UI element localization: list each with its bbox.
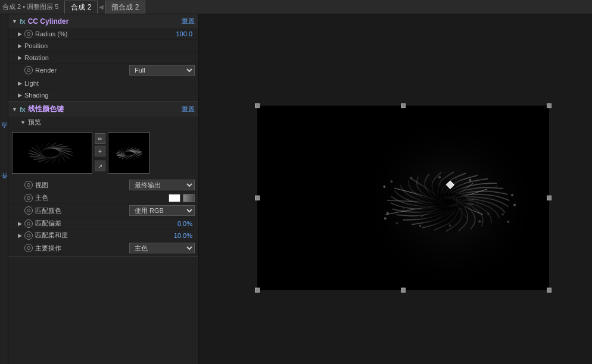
prop-main-op: ▶ 主要操作 主色 次色 bbox=[8, 241, 198, 255]
tab-precomp2[interactable]: 预合成 2 bbox=[105, 1, 145, 14]
radius-chevron[interactable]: ▶ bbox=[18, 31, 22, 37]
main-layout: 点 件 ▼ fx CC Cylinder 重置 ▶ Radius (%) 100… bbox=[0, 14, 592, 364]
render-select[interactable]: Full Outside Inside bbox=[129, 65, 195, 76]
preview-thumb-before[interactable] bbox=[12, 132, 92, 174]
prop-rotation: ▶ Rotation bbox=[8, 52, 198, 64]
prop-match-deviation: ▶ 匹配偏差 0.0% bbox=[8, 218, 198, 230]
main-color-icon bbox=[24, 194, 33, 202]
effect-cc-cylinder: ▼ fx CC Cylinder 重置 ▶ Radius (%) 100.0 ▶… bbox=[8, 14, 198, 102]
cylinder-fx-label: fx bbox=[20, 18, 26, 25]
radius-icon bbox=[24, 30, 33, 38]
preview-tools: ✏ + ↗ bbox=[95, 132, 105, 171]
panel-header-label: 合成 2 • 调整图层 5 bbox=[2, 2, 63, 11]
tool-add-point[interactable]: + bbox=[95, 146, 105, 156]
match-color-icon bbox=[24, 206, 33, 215]
prop-position: ▶ Position bbox=[8, 40, 198, 52]
prop-light: ▶ Light bbox=[8, 77, 198, 89]
colorkey-effect-name: 线性颜色键 bbox=[28, 104, 64, 114]
left-panel: ▼ fx CC Cylinder 重置 ▶ Radius (%) 100.0 ▶… bbox=[8, 14, 199, 364]
handle-br[interactable] bbox=[547, 288, 552, 293]
prop-main-color: ▶ 主色 bbox=[8, 192, 198, 204]
match-color-select[interactable]: 使用 RGB 使用色调 bbox=[129, 205, 195, 216]
color-props: ▶ 视图 最终输出 原始 遮罩 ▶ 主色 bbox=[8, 177, 198, 256]
shading-label: Shading bbox=[24, 92, 195, 99]
effect-linear-color-key: ▼ fx 线性颜色键 重置 ▼ 预览 ✏ + ↗ bbox=[8, 102, 198, 257]
main-op-select[interactable]: 主色 次色 bbox=[129, 243, 195, 253]
shading-chevron[interactable]: ▶ bbox=[18, 92, 22, 98]
canvas-area bbox=[199, 14, 592, 364]
cylinder-reset-link[interactable]: 重置 bbox=[182, 17, 195, 26]
left-edge: 点 件 bbox=[0, 14, 8, 364]
tab-comp2[interactable]: 合成 2 bbox=[64, 1, 98, 14]
render-label: Render bbox=[35, 67, 129, 74]
main-color-label: 主色 bbox=[35, 193, 169, 202]
colorkey-fx-label: fx bbox=[20, 106, 26, 113]
prop-render: ▶ Render Full Outside Inside bbox=[8, 64, 198, 77]
preview-thumb-after[interactable] bbox=[108, 132, 149, 174]
preview-thumbnails-row: ✏ + ↗ bbox=[12, 132, 195, 174]
match-soft-label: 匹配柔和度 bbox=[35, 231, 174, 240]
effect-title-row-cylinder: ▼ fx CC Cylinder 重置 bbox=[8, 14, 198, 28]
position-chevron[interactable]: ▶ bbox=[18, 43, 22, 49]
view-select[interactable]: 最终输出 原始 遮罩 bbox=[129, 180, 195, 190]
rotation-label: Rotation bbox=[24, 54, 195, 61]
match-dev-icon bbox=[24, 219, 33, 228]
tab-comp2-label: 合成 2 bbox=[71, 2, 91, 12]
match-soft-value[interactable]: 10.0% bbox=[174, 232, 192, 239]
prop-preview-label-row: ▼ 预览 bbox=[8, 117, 198, 128]
prop-match-color: ▶ 匹配颜色 使用 RGB 使用色调 bbox=[8, 204, 198, 218]
prop-radius: ▶ Radius (%) 100.0 bbox=[8, 28, 198, 40]
handle-tr[interactable] bbox=[547, 103, 552, 108]
handle-tl[interactable] bbox=[255, 103, 260, 108]
preview-label: 预览 bbox=[28, 118, 195, 127]
cylinder-effect-name: CC Cylinder bbox=[28, 17, 69, 26]
view-icon bbox=[24, 181, 33, 189]
handle-tm[interactable] bbox=[401, 103, 406, 108]
tab-bar: 合成 2 • 调整图层 5 合成 2 ◀ 预合成 2 bbox=[0, 0, 592, 14]
prop-match-softness: ▶ 匹配柔和度 10.0% bbox=[8, 230, 198, 241]
radius-value[interactable]: 100.0 bbox=[176, 30, 192, 37]
handle-bm[interactable] bbox=[401, 288, 406, 293]
handle-ml[interactable] bbox=[255, 196, 260, 200]
match-dev-chevron[interactable]: ▶ bbox=[18, 221, 22, 227]
rotation-chevron[interactable]: ▶ bbox=[18, 55, 22, 61]
light-label: Light bbox=[24, 80, 195, 87]
radius-label: Radius (%) bbox=[35, 30, 176, 37]
view-label: 视图 bbox=[35, 181, 129, 190]
prop-view: ▶ 视图 最终输出 原始 遮罩 bbox=[8, 178, 198, 192]
prop-shading: ▶ Shading bbox=[8, 89, 198, 101]
light-chevron[interactable]: ▶ bbox=[18, 80, 22, 86]
handle-bl[interactable] bbox=[255, 288, 260, 293]
match-color-label: 匹配颜色 bbox=[35, 206, 129, 215]
main-color-swatch-row bbox=[169, 194, 195, 202]
tab-precomp2-label: 预合成 2 bbox=[111, 2, 139, 12]
tool-pencil[interactable]: ✏ bbox=[95, 133, 105, 144]
match-dev-value[interactable]: 0.0% bbox=[177, 220, 192, 227]
handle-mr[interactable] bbox=[547, 196, 552, 200]
colorkey-reset-link[interactable]: 重置 bbox=[182, 105, 195, 114]
tab-separator: ◀ bbox=[99, 4, 104, 10]
preview-chevron[interactable]: ▼ bbox=[20, 120, 26, 125]
match-dev-label: 匹配偏差 bbox=[35, 219, 177, 228]
effect-title-row-colorkey: ▼ fx 线性颜色键 重置 bbox=[8, 102, 198, 117]
match-soft-chevron[interactable]: ▶ bbox=[18, 233, 22, 239]
preview-section: ✏ + ↗ bbox=[8, 128, 198, 177]
colorkey-expand-chevron[interactable]: ▼ bbox=[12, 106, 17, 112]
main-canvas[interactable] bbox=[257, 106, 549, 290]
match-soft-icon bbox=[24, 231, 33, 240]
canvas-container bbox=[257, 106, 549, 290]
main-color-swatch[interactable] bbox=[169, 194, 180, 202]
tool-arrow[interactable]: ↗ bbox=[95, 161, 105, 171]
main-op-label: 主要操作 bbox=[35, 244, 129, 253]
cylinder-expand-chevron[interactable]: ▼ bbox=[12, 18, 17, 24]
main-op-icon bbox=[24, 244, 33, 252]
position-label: Position bbox=[24, 42, 195, 49]
composition-canvas bbox=[257, 106, 549, 292]
main-color-gradient-swatch[interactable] bbox=[183, 194, 195, 202]
render-icon bbox=[24, 66, 33, 74]
